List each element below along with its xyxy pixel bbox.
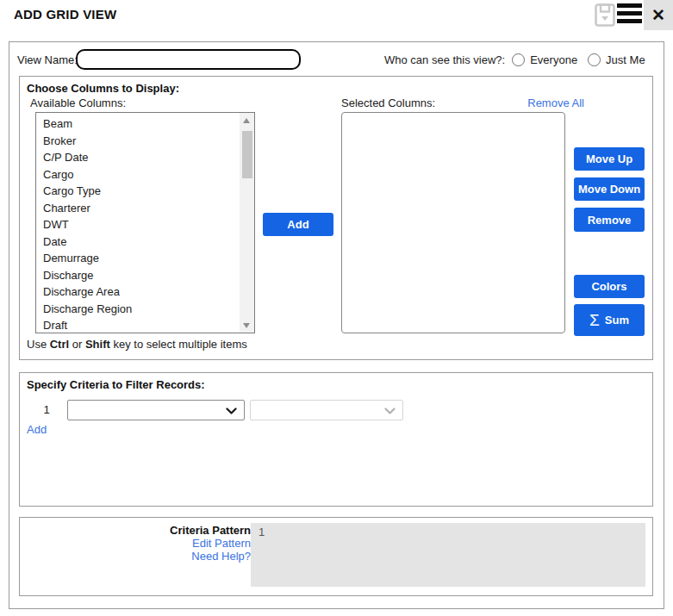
add-criteria-link[interactable]: Add <box>27 423 47 436</box>
criteria-pattern-section: Criteria Pattern Edit Pattern Need Help?… <box>19 517 653 596</box>
available-columns-items: BeamBrokerC/P DateCargoCargo TypeCharter… <box>36 115 240 333</box>
edit-pattern-link[interactable]: Edit Pattern <box>140 537 251 550</box>
criteria-field-select[interactable] <box>67 400 245 420</box>
list-item[interactable]: Demurrage <box>36 250 240 267</box>
choose-columns-heading: Choose Columns to Display: <box>27 82 179 95</box>
visibility-row: Who can see this view?: Everyone Just Me <box>384 52 645 67</box>
need-help-link[interactable]: Need Help? <box>140 550 251 563</box>
selected-columns-list[interactable] <box>341 112 565 333</box>
colors-button[interactable]: Colors <box>574 275 645 298</box>
radio-just-me-label[interactable]: Just Me <box>606 53 645 66</box>
view-name-input[interactable] <box>76 49 301 70</box>
floppy-disk-icon <box>595 3 615 27</box>
page-title: ADD GRID VIEW <box>14 7 116 22</box>
move-up-button[interactable]: Move Up <box>574 147 645 171</box>
radio-everyone-label[interactable]: Everyone <box>530 53 577 66</box>
criteria-operator-select[interactable] <box>250 400 403 420</box>
menu-bar <box>617 3 642 8</box>
available-columns-list[interactable]: BeamBrokerC/P DateCargoCargo TypeCharter… <box>35 112 255 333</box>
sigma-icon: Σ <box>589 311 600 329</box>
visibility-question: Who can see this view?: <box>384 53 505 66</box>
list-item[interactable]: Cargo <box>36 166 240 184</box>
radio-everyone[interactable] <box>512 53 525 66</box>
chevron-down-icon <box>384 408 396 415</box>
scrollbar-thumb[interactable] <box>242 131 252 178</box>
triangle-up <box>243 118 250 123</box>
list-item[interactable]: Cargo Type <box>36 183 240 200</box>
list-item[interactable]: Charterer <box>36 200 240 217</box>
chevron-down-icon <box>226 408 237 415</box>
list-item[interactable]: Discharge Region <box>36 301 240 318</box>
radio-just-me[interactable] <box>588 53 601 66</box>
list-item[interactable]: Discharge <box>36 267 240 284</box>
menu-bar <box>617 11 642 16</box>
remove-all-link[interactable]: Remove All <box>515 96 584 109</box>
multi-select-note: Use Ctrl or Shift key to select multiple… <box>27 338 247 351</box>
remove-button[interactable]: Remove <box>574 208 645 232</box>
criteria-pattern-labels: Criteria Pattern Edit Pattern Need Help? <box>140 524 251 563</box>
close-icon[interactable]: ✕ <box>644 0 673 30</box>
list-item[interactable]: Draft <box>36 317 240 333</box>
choose-columns-section: Choose Columns to Display: Available Col… <box>19 76 653 360</box>
list-item[interactable]: Beam <box>36 115 240 133</box>
sum-button[interactable]: ΣSum <box>574 304 645 336</box>
triangle-down <box>243 323 250 328</box>
move-down-button[interactable]: Move Down <box>574 177 645 201</box>
save-icon[interactable] <box>595 3 615 27</box>
scrollbar[interactable] <box>240 113 254 333</box>
selected-columns-label: Selected Columns: <box>341 96 435 109</box>
list-item[interactable]: C/P Date <box>36 149 240 166</box>
list-item[interactable]: DWT <box>36 216 240 233</box>
criteria-heading: Specify Criteria to Filter Records: <box>27 378 205 391</box>
scroll-up-icon[interactable] <box>240 113 254 128</box>
criteria-pattern-textarea: 1 <box>251 523 645 587</box>
list-item[interactable]: Date <box>36 233 240 251</box>
available-columns-label: Available Columns: <box>30 96 126 109</box>
menu-bar <box>617 19 642 23</box>
list-item[interactable]: Broker <box>36 133 240 150</box>
scroll-down-icon[interactable] <box>240 318 254 333</box>
criteria-pattern-label: Criteria Pattern <box>140 524 251 537</box>
criteria-section: Specify Criteria to Filter Records: 1 Ad… <box>19 372 653 507</box>
add-grid-view-dialog: ADD GRID VIEW ✕ View Name: Who can see t… <box>0 0 673 616</box>
view-name-label: View Name: <box>17 53 78 66</box>
add-columns-button[interactable]: Add <box>263 213 333 236</box>
menu-icon[interactable] <box>617 3 642 24</box>
sum-button-label: Sum <box>605 314 629 327</box>
criteria-row-number: 1 <box>41 403 53 416</box>
list-item[interactable]: Discharge Area <box>36 283 240 301</box>
